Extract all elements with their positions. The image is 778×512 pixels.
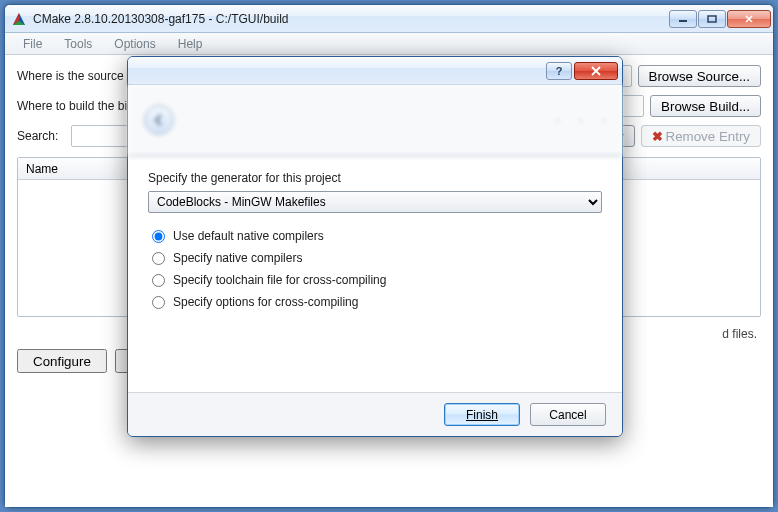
cancel-button[interactable]: Cancel	[530, 403, 606, 426]
radio-default-compilers-input[interactable]	[152, 230, 165, 243]
dialog-footer: Finish Cancel	[128, 392, 622, 436]
column-name: Name	[26, 162, 58, 176]
radio-toolchain-file-label: Specify toolchain file for cross-compili…	[173, 273, 386, 287]
dialog-header: ···	[128, 85, 622, 157]
menu-file[interactable]: File	[13, 35, 52, 53]
window-system-buttons	[668, 10, 771, 28]
dialog-body: Specify the generator for this project C…	[128, 157, 622, 392]
radio-cross-compile-options[interactable]: Specify options for cross-compiling	[148, 291, 602, 313]
radio-native-compilers[interactable]: Specify native compilers	[148, 247, 602, 269]
close-button[interactable]	[727, 10, 771, 28]
menubar: File Tools Options Help	[5, 33, 773, 55]
window-title: CMake 2.8.10.20130308-gaf175 - C:/TGUI/b…	[33, 12, 668, 26]
menu-tools[interactable]: Tools	[54, 35, 102, 53]
generator-label: Specify the generator for this project	[148, 171, 602, 185]
menu-options[interactable]: Options	[104, 35, 165, 53]
finish-button[interactable]: Finish	[444, 403, 520, 426]
dialog-close-button[interactable]	[574, 62, 618, 80]
back-icon[interactable]	[144, 105, 174, 135]
radio-default-compilers-label: Use default native compilers	[173, 229, 324, 243]
radio-native-compilers-input[interactable]	[152, 252, 165, 265]
minimize-button[interactable]	[669, 10, 697, 28]
radio-cross-compile-options-input[interactable]	[152, 296, 165, 309]
titlebar[interactable]: CMake 2.8.10.20130308-gaf175 - C:/TGUI/b…	[5, 5, 773, 33]
browse-build-button[interactable]: Browse Build...	[650, 95, 761, 117]
cmake-app-icon	[11, 11, 27, 27]
maximize-button[interactable]	[698, 10, 726, 28]
radio-toolchain-file-input[interactable]	[152, 274, 165, 287]
dialog-help-button[interactable]: ?	[546, 62, 572, 80]
radio-native-compilers-label: Specify native compilers	[173, 251, 302, 265]
generator-select[interactable]: CodeBlocks - MinGW Makefiles	[148, 191, 602, 213]
remove-entry-label: Remove Entry	[666, 129, 750, 144]
radio-cross-compile-options-label: Specify options for cross-compiling	[173, 295, 358, 309]
remove-entry-button: ✖Remove Entry	[641, 125, 761, 147]
svg-rect-4	[708, 16, 716, 22]
remove-x-icon: ✖	[652, 129, 663, 144]
generator-dialog: ? ··· Specify the generator for this pro…	[127, 56, 623, 437]
dialog-titlebar[interactable]: ?	[128, 57, 622, 85]
svg-rect-3	[679, 20, 687, 22]
radio-toolchain-file[interactable]: Specify toolchain file for cross-compili…	[148, 269, 602, 291]
menu-help[interactable]: Help	[168, 35, 213, 53]
radio-default-compilers[interactable]: Use default native compilers	[148, 225, 602, 247]
configure-button[interactable]: Configure	[17, 349, 107, 373]
search-label: Search:	[17, 129, 65, 143]
browse-source-button[interactable]: Browse Source...	[638, 65, 761, 87]
